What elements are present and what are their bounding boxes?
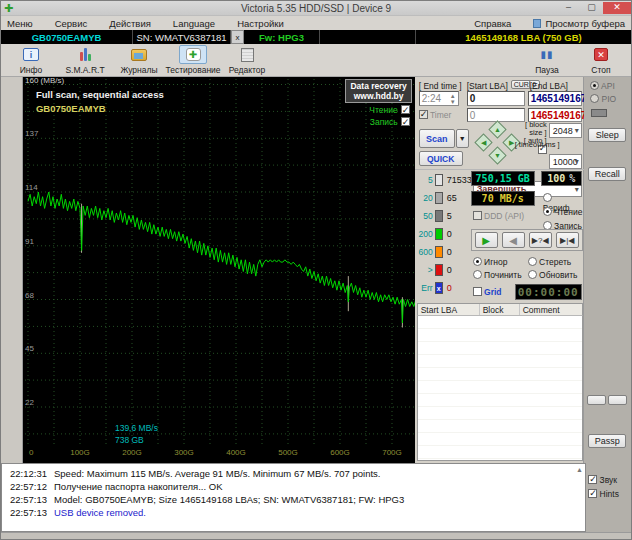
- editor-tab[interactable]: Редактор: [221, 45, 273, 75]
- read-radio[interactable]: Чтение: [543, 207, 583, 217]
- recall-button[interactable]: Recall: [588, 167, 626, 181]
- pause-button[interactable]: ▮▮ Пауза: [521, 45, 573, 75]
- hints-checkbox[interactable]: Hints: [588, 489, 619, 499]
- svg-text:500G: 500G: [278, 448, 298, 457]
- latency-counter-20ms: 2065: [417, 191, 457, 204]
- scan-random-button[interactable]: ▶?◀: [529, 232, 552, 248]
- device-capacity: 1465149168 LBA (750 GB): [416, 30, 631, 44]
- counter-block-icon: [435, 210, 443, 222]
- info-tab[interactable]: i Инфо: [5, 45, 57, 75]
- counter-block-icon: [435, 264, 443, 276]
- hex-editor-icon: [241, 48, 254, 62]
- sound-checkbox[interactable]: Звук: [588, 475, 617, 485]
- scan-dropdown-button[interactable]: ▼: [456, 129, 469, 148]
- speed-display: 70 MB/s: [471, 191, 535, 206]
- defect-table-header: Start LBA Block Comment: [417, 303, 583, 316]
- progress-display: 100%: [541, 171, 582, 186]
- defect-table-body[interactable]: [417, 316, 583, 461]
- end-lba-input[interactable]: 1465149167: [528, 91, 582, 106]
- refresh-radio[interactable]: Обновить: [528, 270, 578, 280]
- log-panel[interactable]: 22:12:31Speed: Maximum 115 MB/s. Average…: [1, 463, 586, 532]
- menu-view-buffer[interactable]: Просмотр буфера: [533, 18, 625, 29]
- info-x-button[interactable]: x: [231, 30, 244, 44]
- start-lba-input[interactable]: 0: [467, 91, 525, 106]
- api-radio[interactable]: API: [590, 81, 615, 91]
- log-scroll-up[interactable]: ▲: [576, 466, 583, 473]
- close-button[interactable]: ✕: [603, 2, 631, 14]
- latency-counter-600ms: 6000: [417, 245, 452, 258]
- log-entry: 22:12:31Speed: Maximum 115 MB/s. Average…: [2, 467, 585, 480]
- svg-text:68: 68: [25, 291, 34, 300]
- testing-tab[interactable]: ✚ Тестирование: [167, 45, 219, 75]
- menu-service[interactable]: Сервис: [55, 18, 88, 29]
- write-checkbox[interactable]: [401, 117, 410, 126]
- block-size-label: [ block size ] [ auto ]: [523, 121, 547, 155]
- info-icon: i: [23, 48, 39, 61]
- maximize-button[interactable]: ▢: [580, 2, 603, 14]
- sleep-button[interactable]: Sleep: [588, 128, 626, 142]
- nav-down-button[interactable]: ▼: [488, 146, 506, 164]
- graph-model-label: GB0750EAMYB: [36, 103, 106, 114]
- speed-graph-canvas: 0100G200G300G400G500G600G700G160 (MB/s)1…: [23, 77, 416, 463]
- svg-text:45: 45: [25, 344, 34, 353]
- grid-checkbox[interactable]: Grid: [473, 287, 502, 297]
- journals-tab[interactable]: Журналы: [113, 45, 165, 75]
- passp-button[interactable]: Passp: [588, 434, 626, 448]
- nav-left-button[interactable]: ◀: [474, 133, 492, 151]
- svg-text:600G: 600G: [330, 448, 350, 457]
- svg-text:400G: 400G: [226, 448, 246, 457]
- menu-main[interactable]: Меню: [7, 18, 33, 29]
- avito-watermark: Avito: [449, 498, 548, 529]
- scan-butterfly-button[interactable]: ▶|◀: [556, 232, 579, 248]
- counter-block-icon: [435, 228, 443, 240]
- timeout-select[interactable]: 10000: [549, 154, 582, 169]
- stop-button[interactable]: ✕ Стоп: [575, 45, 627, 75]
- small-button-2[interactable]: [608, 395, 627, 405]
- menu-help[interactable]: Справка: [474, 18, 511, 29]
- activity-led: [591, 109, 607, 117]
- test-controls-panel: [ End time ] 2:24▲▼ [Start LBA] CUR 0 0 …: [415, 77, 584, 463]
- right-arrow-icon: ▶: [508, 139, 513, 146]
- menu-settings[interactable]: Настройки: [237, 18, 284, 29]
- random-icon: ▶?◀: [532, 236, 549, 245]
- ddd-api-checkbox[interactable]: DDD (API): [473, 211, 525, 221]
- info-blank-segment: [320, 30, 416, 44]
- read-checkbox[interactable]: [401, 105, 410, 114]
- nav-up-button[interactable]: ▲: [488, 120, 506, 138]
- log-entry: 22:57:12Получение паспорта накопителя...…: [2, 480, 585, 493]
- erase-radio[interactable]: Стереть: [528, 257, 572, 267]
- counter-block-icon: [435, 246, 443, 258]
- window-title: Victoria 5.35 HDD/SSD | Device 9: [1, 3, 631, 14]
- svg-text:160 (MB/s): 160 (MB/s): [25, 77, 64, 85]
- minimize-button[interactable]: –: [557, 2, 580, 14]
- graph-legend: Чтение Запись: [369, 104, 409, 128]
- block-size-select[interactable]: 2048: [549, 123, 582, 138]
- svg-text:200G: 200G: [122, 448, 142, 457]
- scan-button[interactable]: Scan: [419, 129, 455, 148]
- scan-start-button[interactable]: ▶: [475, 232, 498, 248]
- ignore-radio[interactable]: Игнор: [473, 257, 508, 267]
- smart-tab[interactable]: S.M.A.R.T: [59, 45, 111, 75]
- victoria-window: ✚ Victoria 5.35 HDD/SSD | Device 9 – ▢ ✕…: [0, 0, 632, 540]
- svg-text:300G: 300G: [174, 448, 194, 457]
- end-time-spinner[interactable]: 2:24▲▼: [419, 91, 459, 106]
- small-button-1[interactable]: [587, 395, 606, 405]
- menu-language[interactable]: Language: [173, 18, 215, 29]
- status-bar: [1, 532, 631, 540]
- stop-icon: ✕: [594, 48, 608, 61]
- menu-actions[interactable]: Действия: [109, 18, 151, 29]
- quick-button[interactable]: QUICK: [419, 151, 463, 166]
- timer-checkbox[interactable]: Timer: [419, 110, 452, 120]
- timer-input[interactable]: 0: [467, 108, 525, 122]
- pio-radio[interactable]: PIO: [590, 94, 616, 104]
- speed-graph[interactable]: 0100G200G300G400G500G600G700G160 (MB/s)1…: [23, 77, 415, 463]
- legend-write[interactable]: Запись: [369, 116, 409, 128]
- scan-media-bar: ▶ ◀ ▶?◀ ▶|◀: [471, 229, 583, 251]
- left-gutter: [1, 77, 23, 463]
- repair-radio[interactable]: Починить: [473, 270, 522, 280]
- legend-read[interactable]: Чтение: [369, 104, 409, 116]
- scan-back-button[interactable]: ◀: [502, 232, 525, 248]
- butterfly-icon: ▶|◀: [560, 236, 574, 245]
- latency-counter-50ms: 505: [417, 209, 452, 222]
- start-lba-label: [Start LBA]: [467, 81, 508, 91]
